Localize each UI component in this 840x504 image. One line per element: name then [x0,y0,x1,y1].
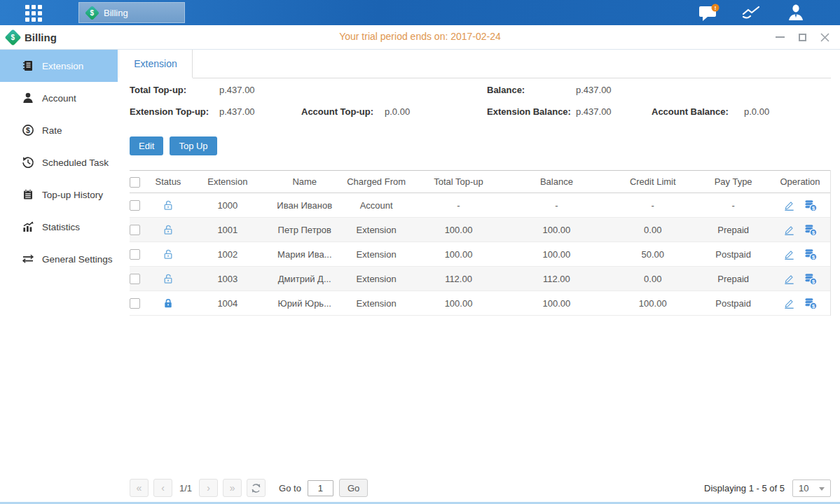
pay-type-cell: Postpaid [696,298,770,309]
extension-cell: 1001 [186,225,270,235]
table-row: 1002 Мария Ива... Extension 100.00 100.0… [130,242,830,267]
row-topup-coins-icon[interactable]: $ [804,199,818,212]
sidebar-item-scheduled-task[interactable]: Scheduled Task [0,146,118,178]
balance-label: Balance: [487,84,525,96]
table-row: 1003 Дмитрий Д... Extension 112.00 112.0… [130,267,830,291]
sidebar-item-general-settings[interactable]: General Settings [0,243,118,275]
sidebar-item-account[interactable]: Account [0,82,118,114]
billing-diamond-icon: $ [85,5,99,20]
billing-app-icon: $ [4,29,21,46]
user-account-button[interactable] [783,2,809,23]
total-topup-cell: - [413,200,504,211]
name-cell: Петр Петров [270,225,340,235]
window-titlebar: Your trial period ends on: 2017-02-24 $ … [0,25,840,50]
line-chart-icon [741,4,764,21]
total-topup-value: p.437.00 [219,84,255,96]
refresh-button[interactable] [247,479,266,497]
row-topup-coins-icon[interactable]: $ [804,272,818,286]
resource-monitor-button[interactable] [739,2,766,23]
row-edit-icon[interactable] [783,298,795,309]
sidebar-item-label: Scheduled Task [42,158,109,168]
goto-page-input[interactable] [308,480,333,496]
trial-notice: Your trial period ends on: 2017-02-24 [0,25,840,48]
user-icon [786,4,806,22]
balance-cell: 100.00 [504,249,609,260]
go-button[interactable]: Go [339,479,368,497]
displaying-text: Displaying 1 - 5 of 5 [704,483,785,493]
sidebar-item-label: Account [42,93,76,104]
row-topup-coins-icon[interactable]: $ [804,248,818,261]
sidebar-item-label: Statistics [42,222,80,232]
ledger-icon [22,59,34,72]
row-edit-icon[interactable] [783,248,795,260]
sidebar-item-rate[interactable]: $ Rate [0,114,118,146]
row-checkbox[interactable] [130,298,140,309]
pay-type-cell: Prepaid [696,274,770,284]
pagination-bar: « ‹ 1/1 › » Go to Go Displaying 1 - 5 of… [130,478,831,498]
balance-cell: 100.00 [504,225,609,235]
first-page-button[interactable]: « [130,479,149,497]
extension-cell: 1002 [186,249,270,260]
status-unlocked-icon[interactable] [163,224,174,235]
notepad-icon [22,188,34,201]
select-all-checkbox[interactable] [130,177,140,188]
dollar-coin-icon: $ [22,124,34,136]
account-topup-label: Account Top-up: [301,106,373,118]
row-edit-icon[interactable] [783,224,795,236]
row-checkbox[interactable] [130,225,140,235]
row-edit-icon[interactable] [783,200,795,211]
col-credit-limit: Credit Limit [609,176,696,187]
maximize-icon[interactable] [797,31,808,43]
tab-extension[interactable]: Extension [118,50,193,78]
status-unlocked-icon[interactable] [163,200,174,211]
sidebar-item-label: Top-up History [42,190,103,200]
extension-cell: 1004 [186,298,270,309]
row-checkbox[interactable] [130,249,140,260]
prev-page-button[interactable]: ‹ [153,479,172,497]
table-row: 1001 Петр Петров Extension 100.00 100.00… [130,218,830,242]
name-cell: Иван Иванов [270,200,340,211]
name-cell: Мария Ива... [270,249,340,260]
taskbar-tab-label: Billing [104,8,128,18]
row-topup-coins-icon[interactable]: $ [804,297,818,310]
row-checkbox[interactable] [130,274,140,284]
account-balance-value: p.0.00 [744,106,769,118]
sidebar: Extension Account $ Rate Scheduled Task … [0,50,118,502]
name-cell: Юрий Юрь... [270,298,340,309]
sidebar-item-label: Rate [42,125,62,136]
edit-button[interactable]: Edit [130,136,163,155]
extension-topup-label: Extension Top-up: [130,106,209,118]
status-locked-icon[interactable] [163,298,174,309]
sidebar-item-topup-history[interactable]: Top-up History [0,178,118,211]
account-balance-label: Account Balance: [652,106,729,118]
extension-table: Status Extension Name Charged From Total… [130,170,831,316]
status-unlocked-icon[interactable] [163,248,174,260]
app-menu-icon[interactable] [25,5,42,22]
status-unlocked-icon[interactable] [163,273,174,284]
notifications-button[interactable]: ! [696,2,722,23]
last-page-button[interactable]: » [223,479,242,497]
row-edit-icon[interactable] [783,273,795,285]
sliders-icon [22,253,34,265]
close-icon[interactable] [819,31,830,43]
row-checkbox[interactable] [130,200,140,211]
minimize-icon[interactable] [774,31,785,43]
credit-limit-cell: - [609,200,696,211]
page-size-select[interactable]: 10 [792,479,831,497]
page-indicator: 1/1 [179,483,192,493]
stats-chart-icon [22,220,34,233]
sidebar-item-label: General Settings [42,254,113,265]
tabstrip-divider [193,78,831,78]
balance-value: p.437.00 [576,84,612,96]
sidebar-item-extension[interactable]: Extension [0,50,118,82]
row-topup-coins-icon[interactable]: $ [804,223,818,237]
charged-from-cell: Account [340,200,413,211]
taskbar-tab-billing[interactable]: $ Billing [78,2,185,23]
total-topup-cell: 100.00 [413,298,504,309]
charged-from-cell: Extension [340,225,413,235]
sidebar-item-statistics[interactable]: Statistics [0,211,118,243]
main-content: Extension Total Top-up: p.437.00 Balance… [118,50,840,502]
next-page-button[interactable]: › [199,479,218,497]
extension-cell: 1000 [186,200,270,211]
topup-button[interactable]: Top Up [170,136,216,155]
